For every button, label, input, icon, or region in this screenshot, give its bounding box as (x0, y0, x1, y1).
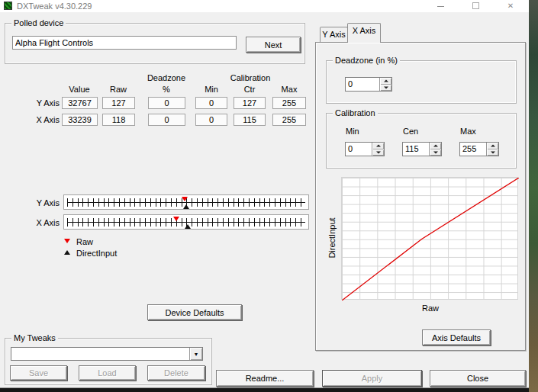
calibration-column-group-header: Calibration (230, 73, 271, 82)
graph-y-label: DirectInput (327, 215, 337, 261)
calibration-group-label: Calibration (333, 108, 378, 117)
raw-legend-icon (64, 239, 70, 243)
deadzone-spinner-value: 0 (346, 78, 379, 91)
x-value-cell: 33239 (62, 114, 98, 126)
deadzone-spinner[interactable]: 0 (345, 77, 392, 92)
delete-button[interactable]: Delete (147, 365, 205, 381)
x-raw-marker[interactable] (173, 217, 179, 221)
x-max-cell: 255 (272, 114, 306, 126)
spin-up-button[interactable] (487, 143, 498, 149)
spin-down-button[interactable] (487, 149, 498, 156)
next-button[interactable]: Next (246, 37, 301, 53)
combo-dropdown-button[interactable]: ▼ (189, 348, 202, 360)
app-icon (4, 2, 12, 10)
my-tweaks-combo[interactable]: ▼ (11, 347, 203, 361)
dxtweak-window: DXTweak v4.30.229 ✕ Polled device Next D… (0, 0, 529, 387)
col-header-raw: Raw (110, 85, 127, 94)
tab-y-axis[interactable]: Y Axis (320, 27, 348, 43)
raw-legend-label: Raw (76, 237, 93, 246)
y-value-cell: 32767 (62, 97, 98, 109)
spin-up-button[interactable] (380, 78, 391, 85)
spin-up-button[interactable] (372, 143, 384, 149)
close-button[interactable]: Close (430, 370, 526, 387)
y-deadzone-cell: 0 (148, 97, 185, 109)
axis-defaults-button[interactable]: Axis Defaults (422, 329, 491, 345)
x-deadzone-cell: 0 (148, 114, 185, 126)
load-button[interactable]: Load (79, 365, 136, 381)
y-max-cell: 255 (272, 97, 306, 109)
cal-min-spinner[interactable]: 0 (345, 142, 385, 156)
my-tweaks-label: My Tweaks (11, 333, 58, 342)
y-directinput-marker[interactable] (183, 204, 189, 209)
device-name-field[interactable] (12, 36, 237, 50)
my-tweaks-combo-value[interactable] (11, 348, 189, 360)
x-ctr-cell: 115 (234, 114, 266, 126)
col-header-pct: % (163, 85, 170, 94)
cal-max-value: 255 (460, 143, 486, 156)
directinput-legend-icon (64, 250, 70, 255)
col-header-ctr: Ctr (244, 85, 256, 94)
y-raw-marker[interactable] (182, 197, 188, 201)
spin-up-button[interactable] (430, 143, 441, 149)
cal-cen-spinner[interactable]: 115 (402, 142, 442, 156)
y-ruler-label: Y Axis (29, 198, 60, 207)
cal-min-label: Min (346, 127, 359, 136)
directinput-legend-label: DirectInput (76, 249, 117, 258)
x-min-cell: 0 (195, 114, 227, 126)
apply-button[interactable]: Apply (322, 370, 422, 387)
row-label-x: X Axis (29, 115, 60, 124)
graph-canvas (342, 178, 519, 300)
x-raw-cell: 118 (102, 114, 135, 126)
readme-button[interactable]: Readme... (216, 370, 314, 387)
col-header-value: Value (69, 85, 89, 94)
save-button[interactable]: Save (10, 365, 67, 381)
row-label-y: Y Axis (29, 98, 60, 108)
maximize-button[interactable] (458, 0, 493, 12)
deadzone-column-group-header: Deadzone (147, 73, 185, 82)
deadzone-group-label: Deadzone (in %) (333, 56, 400, 65)
y-axis-ruler[interactable] (63, 194, 309, 210)
cal-min-value: 0 (346, 143, 372, 156)
y-min-cell: 0 (195, 97, 227, 109)
col-header-max: Max (282, 85, 298, 94)
cal-max-label: Max (460, 127, 476, 136)
spin-down-button[interactable] (372, 149, 384, 156)
minimize-button[interactable] (423, 0, 458, 12)
maximize-icon (472, 2, 479, 9)
x-ruler-label: X Axis (29, 218, 60, 227)
x-axis-ruler[interactable] (63, 214, 309, 230)
calibration-group: Calibration (326, 113, 517, 169)
spin-down-button[interactable] (380, 85, 391, 92)
close-icon: ✕ (507, 2, 514, 10)
cal-cen-value: 115 (403, 143, 429, 156)
cal-cen-label: Cen (403, 127, 418, 136)
minimize-icon (437, 6, 444, 7)
col-header-min: Min (205, 85, 218, 94)
device-defaults-button[interactable]: Device Defaults (147, 304, 242, 320)
spin-down-button[interactable] (430, 149, 441, 156)
x-directinput-marker[interactable] (185, 224, 191, 229)
graph-line (342, 178, 519, 300)
y-ctr-cell: 127 (234, 97, 266, 109)
y-raw-cell: 127 (102, 97, 135, 109)
polled-device-label: Polled device (11, 18, 66, 27)
titlebar: DXTweak v4.30.229 ✕ (0, 0, 529, 12)
close-window-button[interactable]: ✕ (493, 0, 528, 12)
tab-x-axis[interactable]: X Axis (347, 23, 381, 43)
window-title: DXTweak v4.30.229 (17, 2, 92, 11)
calibration-graph (341, 177, 518, 300)
desktop-wallpaper-strip (529, 0, 538, 392)
graph-x-label: Raw (422, 304, 439, 313)
cal-max-spinner[interactable]: 255 (459, 142, 499, 156)
chevron-down-icon: ▼ (194, 352, 199, 357)
desktop-bottom-strip (0, 387, 529, 392)
